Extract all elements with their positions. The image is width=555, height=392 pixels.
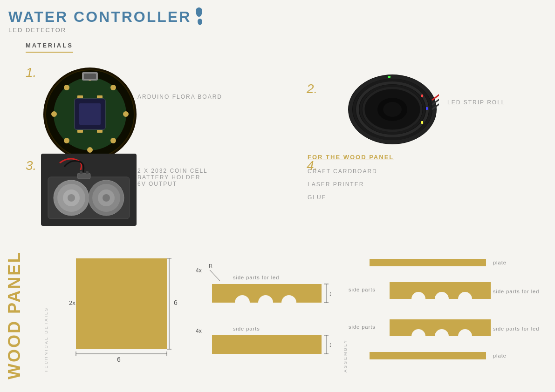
svg-rect-25 — [388, 76, 391, 78]
svg-point-8 — [64, 138, 69, 143]
header: WATER CONTROLLER LED DETECTOR — [8, 8, 202, 34]
laser-printer-label: LASER PRINTER — [308, 181, 364, 188]
svg-point-5 — [123, 111, 129, 117]
svg-point-81 — [435, 292, 449, 306]
svg-point-39 — [68, 194, 75, 202]
svg-rect-14 — [84, 74, 96, 79]
item1-image — [41, 65, 139, 165]
svg-text:6: 6 — [117, 356, 121, 363]
svg-point-62 — [235, 295, 250, 310]
svg-text:2x: 2x — [69, 299, 75, 306]
svg-point-82 — [458, 292, 472, 306]
svg-text:side parts for led: side parts for led — [493, 326, 539, 331]
svg-point-64 — [281, 295, 296, 310]
svg-point-7 — [87, 147, 93, 153]
svg-rect-17 — [77, 130, 83, 133]
assembly-label: ASSEMBLY — [340, 339, 349, 372]
svg-text:4x: 4x — [196, 328, 202, 334]
svg-point-63 — [258, 295, 273, 310]
svg-point-6 — [110, 138, 116, 143]
svg-rect-15 — [77, 95, 83, 98]
svg-point-88 — [411, 329, 425, 343]
svg-text:R: R — [209, 263, 212, 269]
item3-image — [41, 154, 137, 228]
svg-line-58 — [210, 270, 220, 281]
svg-point-4 — [110, 85, 116, 90]
drop-large — [196, 7, 202, 17]
svg-text:plate: plate — [493, 260, 507, 265]
water-drop-icon — [196, 7, 202, 25]
svg-point-80 — [411, 292, 425, 306]
svg-text:1: 1 — [329, 291, 331, 297]
svg-rect-76 — [370, 259, 486, 266]
item4-section: FOR THE WOOD PANEL CRAFT CARDBOARD LASER… — [308, 153, 394, 201]
svg-text:side parts: side parts — [349, 287, 376, 292]
materials-tab: MATERIALS — [26, 42, 73, 53]
svg-rect-28 — [421, 121, 423, 124]
svg-rect-47 — [76, 258, 167, 349]
svg-text:side parts for led: side parts for led — [493, 289, 539, 294]
craft-cardboard-label: CRAFT CARDBOARD — [308, 168, 377, 175]
item2-image — [346, 72, 439, 149]
item2-label: LED STRIP ROLL — [447, 98, 505, 106]
svg-rect-83 — [390, 282, 395, 299]
svg-text:side parts: side parts — [233, 326, 260, 331]
svg-rect-92 — [486, 319, 491, 336]
svg-text:4x: 4x — [196, 267, 202, 274]
subtitle: LED DETECTOR — [8, 27, 202, 34]
item3-number: 3. — [26, 158, 36, 173]
svg-rect-12 — [79, 103, 101, 125]
svg-point-10 — [64, 85, 69, 90]
wood-panel-title: WOOD PANEL — [5, 251, 24, 379]
glue-label: GLUE — [308, 194, 327, 201]
svg-rect-94 — [370, 352, 486, 359]
svg-rect-18 — [97, 130, 103, 133]
svg-text:side parts for led: side parts for led — [233, 275, 279, 280]
svg-text:1: 1 — [329, 342, 331, 348]
svg-point-33 — [383, 102, 402, 117]
svg-text:side parts: side parts — [349, 324, 376, 330]
svg-text:6: 6 — [174, 299, 178, 306]
svg-point-89 — [435, 329, 449, 343]
svg-rect-45 — [80, 171, 82, 174]
item3-label: 2 X 2032 COIN CELL BATTERY HOLDER 6V OUT… — [137, 168, 208, 187]
drop-small — [198, 19, 202, 25]
tech-details-label: TECHNICAL DETAILS — [41, 307, 49, 372]
title-row: WATER CONTROLLER — [8, 8, 202, 26]
tech-diagrams: 4x R side parts for led 1 4x side parts … — [196, 258, 331, 386]
item1-number: 1. — [26, 65, 36, 80]
svg-rect-84 — [486, 282, 491, 299]
item1-label: ARDUINO FLORA BOARD — [137, 92, 222, 101]
svg-point-90 — [458, 329, 472, 343]
svg-point-43 — [103, 194, 110, 202]
square-diagram: 6 6 2x — [69, 258, 181, 372]
item2-number: 2. — [307, 81, 317, 96]
svg-point-9 — [51, 111, 57, 117]
svg-text:plate: plate — [493, 353, 507, 358]
svg-rect-16 — [97, 95, 103, 98]
svg-rect-91 — [390, 319, 395, 336]
assembly-diagram: plate side parts side parts for led side… — [349, 255, 549, 369]
svg-rect-46 — [86, 171, 89, 174]
svg-rect-26 — [421, 95, 423, 97]
svg-rect-71 — [212, 335, 322, 354]
materials-label: MATERIALS — [26, 42, 73, 53]
svg-rect-27 — [426, 107, 428, 110]
svg-rect-44 — [77, 173, 90, 179]
for-wood-label: FOR THE WOOD PANEL — [308, 154, 394, 161]
main-title: WATER CONTROLLER — [8, 8, 191, 26]
